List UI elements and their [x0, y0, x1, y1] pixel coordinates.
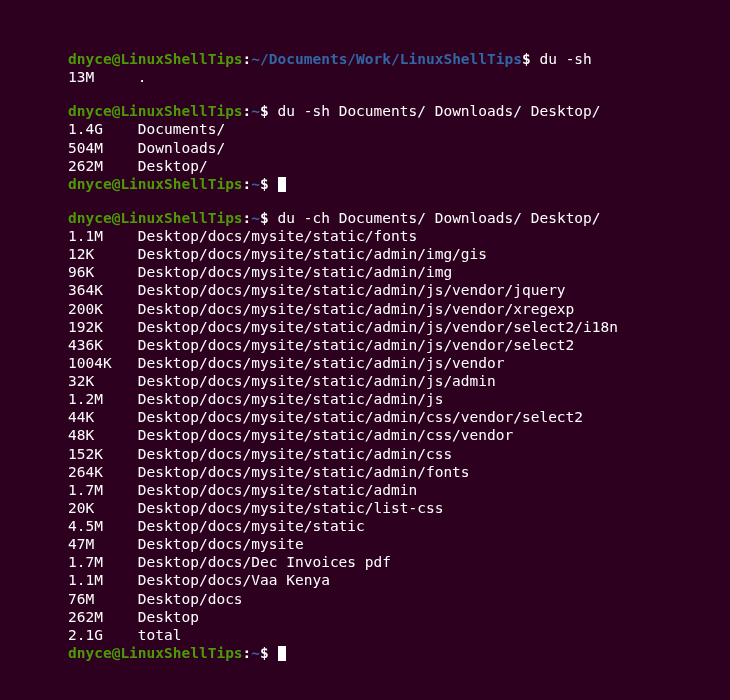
output-line: 1.7M Desktop/docs/Dec Invoices pdf: [68, 553, 718, 571]
path: ~/Documents/Work/LinuxShellTips: [251, 51, 522, 67]
output-line: 76M Desktop/docs: [68, 590, 718, 608]
user-host: dnyce@LinuxShellTips: [68, 176, 243, 192]
output-line: 47M Desktop/docs/mysite: [68, 535, 718, 553]
path: ~: [251, 645, 260, 661]
user-host: dnyce@LinuxShellTips: [68, 103, 243, 119]
output-line: 1.1M Desktop/docs/Vaa Kenya: [68, 571, 718, 589]
terminal-block-2: dnyce@LinuxShellTips:~$ du -sh Documents…: [0, 102, 730, 193]
user-host: dnyce@LinuxShellTips: [68, 645, 243, 661]
dollar: $: [260, 645, 277, 661]
user-host: dnyce@LinuxShellTips: [68, 210, 243, 226]
output-line: 96K Desktop/docs/mysite/static/admin/img: [68, 263, 718, 281]
terminal-block-3: dnyce@LinuxShellTips:~$ du -ch Documents…: [0, 209, 730, 662]
output-line: 48K Desktop/docs/mysite/static/admin/css…: [68, 426, 718, 444]
output-line: 436K Desktop/docs/mysite/static/admin/js…: [68, 336, 718, 354]
prompt-line-empty: dnyce@LinuxShellTips:~$: [68, 175, 718, 193]
output-line: 1.4G Documents/: [68, 120, 718, 138]
output-line: 1004K Desktop/docs/mysite/static/admin/j…: [68, 354, 718, 372]
path: ~: [251, 210, 260, 226]
output-line: 2.1G total: [68, 626, 718, 644]
prompt-line: dnyce@LinuxShellTips:~$ du -sh Documents…: [68, 102, 718, 120]
terminal[interactable]: dnyce@LinuxShellTips:~/Documents/Work/Li…: [0, 0, 730, 662]
path: ~: [251, 103, 260, 119]
prompt-line-empty: dnyce@LinuxShellTips:~$: [68, 644, 718, 662]
command: du -ch Documents/ Downloads/ Desktop/: [278, 210, 601, 226]
prompt-line: dnyce@LinuxShellTips:~$ du -ch Documents…: [68, 209, 718, 227]
output-line: 4.5M Desktop/docs/mysite/static: [68, 517, 718, 535]
output-line: 152K Desktop/docs/mysite/static/admin/cs…: [68, 445, 718, 463]
cursor: [278, 646, 286, 661]
dollar: $: [260, 103, 277, 119]
output-line: 13M .: [68, 68, 718, 86]
cursor: [278, 177, 286, 192]
path: ~: [251, 176, 260, 192]
output-line: 32K Desktop/docs/mysite/static/admin/js/…: [68, 372, 718, 390]
prompt-line: dnyce@LinuxShellTips:~/Documents/Work/Li…: [68, 50, 718, 68]
output-line: 20K Desktop/docs/mysite/static/list-css: [68, 499, 718, 517]
dollar: $: [260, 176, 277, 192]
output-line: 1.7M Desktop/docs/mysite/static/admin: [68, 481, 718, 499]
command: du -sh Documents/ Downloads/ Desktop/: [278, 103, 601, 119]
output-line: 12K Desktop/docs/mysite/static/admin/img…: [68, 245, 718, 263]
command: du -sh: [539, 51, 591, 67]
output-line: 504M Downloads/: [68, 139, 718, 157]
output-line: 1.2M Desktop/docs/mysite/static/admin/js: [68, 390, 718, 408]
output-line: 44K Desktop/docs/mysite/static/admin/css…: [68, 408, 718, 426]
output-line: 192K Desktop/docs/mysite/static/admin/js…: [68, 318, 718, 336]
output-line: 200K Desktop/docs/mysite/static/admin/js…: [68, 300, 718, 318]
output-line: 264K Desktop/docs/mysite/static/admin/fo…: [68, 463, 718, 481]
output-line: 262M Desktop: [68, 608, 718, 626]
output-line: 1.1M Desktop/docs/mysite/static/fonts: [68, 227, 718, 245]
output-line: 364K Desktop/docs/mysite/static/admin/js…: [68, 281, 718, 299]
terminal-block-1: dnyce@LinuxShellTips:~/Documents/Work/Li…: [0, 10, 730, 86]
dollar: $: [522, 51, 539, 67]
user-host: dnyce@LinuxShellTips: [68, 51, 243, 67]
output-line: 262M Desktop/: [68, 157, 718, 175]
dollar: $: [260, 210, 277, 226]
